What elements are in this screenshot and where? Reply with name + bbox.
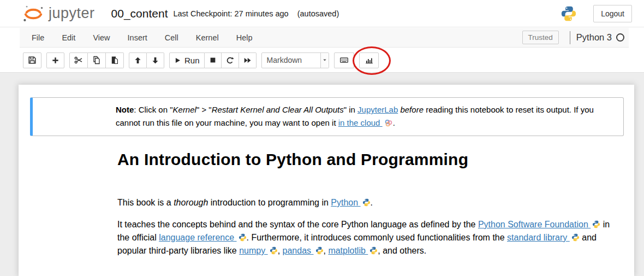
play-icon (174, 57, 181, 64)
menu-insert[interactable]: Insert (119, 28, 156, 48)
menu-view[interactable]: View (84, 28, 118, 48)
note-label: Note (116, 105, 134, 114)
text-run: before (400, 105, 424, 114)
python-logo-icon (270, 246, 278, 255)
header-right-group: Logout (560, 5, 632, 22)
caret-down-icon (321, 57, 328, 63)
python-logo-icon (362, 198, 371, 207)
menu-kernel[interactable]: Kernel (187, 28, 228, 48)
menu-cell[interactable]: Cell (156, 28, 187, 48)
binder-icon (384, 119, 393, 127)
jupyter-logo-text[interactable]: jupyter (49, 5, 95, 22)
jupyter-logo-icon (21, 4, 46, 22)
move-cell-up-button[interactable] (129, 52, 147, 68)
cell-type-select[interactable]: Markdown (261, 52, 329, 68)
stop-icon (209, 56, 217, 64)
matplotlib-link[interactable]: matplotlib (328, 246, 378, 255)
notebook-background: Note: Click on "Kernel" > "Restart Kerne… (0, 73, 644, 276)
intro-paragraph: This book is a thorough introduction to … (117, 196, 614, 209)
trusted-badge[interactable]: Trusted (522, 31, 559, 44)
text-run: , (278, 246, 283, 255)
restart-kernel-button[interactable] (222, 52, 239, 68)
kernel-name: Python 3 (576, 32, 612, 43)
link-text: pandas (283, 246, 314, 255)
interrupt-kernel-button[interactable] (205, 52, 222, 68)
text-run: It teaches the concepts behind and the s… (117, 220, 478, 229)
copy-cell-button[interactable] (88, 52, 106, 68)
python-logo-icon (571, 233, 580, 242)
plus-icon (51, 56, 59, 64)
run-cell-button[interactable]: Run (169, 52, 205, 68)
python-link[interactable]: Python (331, 198, 370, 207)
menu-help[interactable]: Help (228, 28, 261, 48)
python-logo-icon (369, 246, 378, 255)
refresh-icon (226, 56, 234, 64)
paste-cell-button[interactable] (106, 52, 124, 68)
notebook-container[interactable]: Note: Click on "Kernel" > "Restart Kerne… (19, 85, 634, 276)
description-paragraph: It teaches the concepts behind and the s… (117, 218, 612, 257)
note-callout: Note: Click on "Kernel" > "Restart Kerne… (30, 97, 624, 136)
standard-library-link[interactable]: standard library (507, 233, 580, 242)
text-run: Kernel (173, 105, 196, 114)
python-logo-icon (560, 5, 577, 22)
run-label: Run (184, 56, 200, 65)
last-checkpoint-text: Last Checkpoint: 27 minutes ago (173, 9, 288, 18)
link-text: Python (331, 198, 360, 207)
python-logo-icon (238, 233, 247, 242)
logout-button[interactable]: Logout (593, 5, 632, 22)
add-cell-button[interactable] (46, 52, 64, 68)
python-logo-icon (315, 246, 324, 255)
text-run: " > " (196, 105, 212, 114)
menu-edit[interactable]: Edit (53, 28, 84, 48)
numpy-link[interactable]: numpy (239, 246, 277, 255)
save-button[interactable] (23, 52, 41, 68)
jupyterlab-link[interactable]: JupyterLab (357, 105, 398, 114)
text-run: . (371, 198, 373, 207)
arrow-down-icon (151, 56, 159, 64)
header-bar: jupyter 00_content Last Checkpoint: 27 m… (0, 0, 644, 27)
page-title: An Introduction to Python and Programmin… (117, 150, 468, 169)
copy-icon (92, 56, 101, 64)
paste-icon (110, 56, 119, 64)
text-run: " in (344, 105, 357, 114)
chart-extension-button[interactable] (359, 52, 379, 68)
link-text: matplotlib (328, 246, 368, 255)
kernel-idle-indicator-icon (616, 33, 624, 42)
link-text: language reference (159, 233, 236, 242)
cut-cell-button[interactable] (69, 52, 88, 68)
notebook-title[interactable]: 00_content (111, 7, 168, 20)
menu-file[interactable]: File (23, 28, 53, 48)
cell-type-value: Markdown (262, 53, 320, 68)
divider (570, 31, 570, 44)
text-run: This book is a (117, 198, 174, 207)
text-run: thorough (174, 198, 208, 207)
link-text: numpy (239, 246, 267, 255)
bar-chart-icon (365, 56, 373, 64)
language-reference-link[interactable]: language reference (159, 233, 246, 242)
text-run: : Click on " (134, 105, 172, 114)
text-run: , and others. (378, 246, 426, 255)
move-cell-down-button[interactable] (147, 52, 164, 68)
text-run: Restart Kernel and Clear All Outputs (212, 105, 344, 114)
psf-link[interactable]: Python Software Foundation (478, 220, 600, 229)
link-text: in the cloud (338, 118, 383, 127)
menu-bar: File Edit View Insert Cell Kernel Help T… (20, 28, 629, 48)
autosave-status: (autosaved) (297, 9, 339, 18)
notebook-status-group: Trusted Python 3 (522, 31, 629, 44)
text-run: . (393, 118, 395, 127)
fast-forward-icon (243, 56, 252, 64)
text-run: introduction to programming in (208, 198, 331, 207)
save-icon (28, 56, 37, 64)
toolbar: Run Markdown (0, 48, 644, 73)
jupyter-notebook-app: jupyter 00_content Last Checkpoint: 27 m… (0, 0, 644, 276)
link-text: Python Software Foundation (478, 220, 591, 229)
link-text: standard library (507, 233, 570, 242)
arrow-up-icon (134, 56, 142, 64)
keyboard-icon (339, 56, 349, 64)
in-the-cloud-link[interactable]: in the cloud (338, 118, 393, 127)
pandas-link[interactable]: pandas (283, 246, 324, 255)
command-palette-button[interactable] (334, 52, 354, 68)
restart-run-all-button[interactable] (239, 52, 257, 68)
select-arrow[interactable] (320, 53, 329, 68)
text-run: . Furthermore, it introduces commonly us… (247, 233, 508, 242)
